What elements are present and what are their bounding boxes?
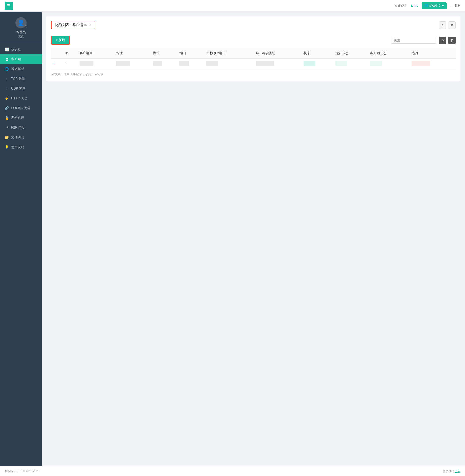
col-id: ID	[63, 48, 78, 58]
sidebar-item-dns[interactable]: 🌐 域名解析	[0, 64, 42, 74]
app-footer: 版权所有 NPS © 2018-2020 更多说明 进入	[0, 466, 465, 476]
row-client-status	[368, 58, 410, 69]
sidebar-user-section: 👤 ⚙ 管理员 系统	[0, 12, 42, 43]
app-header: ☰ 欢迎使用 NPS 🌐 简体中文 ▾ → 退出	[0, 0, 465, 12]
nav-icon-http: ⚡	[5, 96, 9, 100]
sidebar-item-help[interactable]: 💡 使用说明	[0, 142, 42, 152]
sidebar-nav: 📊 仪表盘 🖥 客户端 🌐 域名解析 ↕ TCP 隧道 ↔ UDP 隧道 ⚡ H…	[0, 43, 42, 466]
col-remark: 备注	[114, 48, 151, 58]
nav-icon-private: 🔒	[5, 116, 9, 120]
nav-label-file: 文件访问	[11, 135, 24, 139]
header-right: 欢迎使用 NPS 🌐 简体中文 ▾ → 退出	[394, 2, 460, 9]
globe-icon: 🌐	[424, 4, 428, 7]
nav-label-private: 私密代理	[11, 116, 24, 120]
language-button[interactable]: 🌐 简体中文 ▾	[422, 2, 447, 9]
page-actions: ∧ ✕	[439, 21, 456, 29]
copyright-text: 版权所有 NPS © 2018-2020	[5, 469, 39, 473]
gear-icon: ⚙	[24, 25, 27, 28]
sidebar-item-socks[interactable]: 🔗 SOCKS 代理	[0, 103, 42, 113]
enter-link[interactable]: 进入	[455, 469, 460, 473]
user-icon: 👤	[17, 20, 24, 26]
col-expand	[51, 48, 63, 58]
col-options: 选项	[410, 48, 456, 58]
logout-button[interactable]: → 退出	[450, 4, 460, 8]
row-run-status	[334, 58, 368, 69]
sidebar: 👤 ⚙ 管理员 系统 📊 仪表盘 🖥 客户端 🌐 域名解析 ↕ TCP 隧道 ↔…	[0, 12, 42, 466]
hamburger-icon: ☰	[7, 3, 11, 8]
search-input[interactable]	[391, 37, 437, 44]
nav-label-socks: SOCKS 代理	[11, 106, 30, 110]
row-key	[254, 58, 302, 69]
row-expand[interactable]: +	[51, 58, 63, 69]
expand-icon[interactable]: +	[53, 62, 55, 66]
col-port: 端口	[178, 48, 205, 58]
nav-icon-file: 📁	[5, 135, 9, 139]
logout-icon: →	[450, 4, 453, 7]
chevron-up-icon: ∧	[442, 23, 444, 27]
sidebar-item-p2p[interactable]: ⇄ P2P 连接	[0, 123, 42, 133]
sidebar-item-file[interactable]: 📁 文件访问	[0, 133, 42, 142]
table-body: + 1	[51, 58, 456, 69]
sidebar-item-udp[interactable]: ↔ UDP 隧道	[0, 84, 42, 94]
menu-toggle-button[interactable]: ☰	[5, 2, 13, 10]
toolbar: + 新增 ↻ ▦	[51, 36, 456, 45]
nav-label-client: 客户端	[11, 57, 21, 61]
col-mode: 模式	[151, 48, 178, 58]
row-mode	[151, 58, 178, 69]
main-content: 隧道列表 - 客户端 ID: 2 ∧ ✕ + 新增 ↻	[42, 12, 465, 466]
close-icon: ✕	[451, 23, 453, 27]
row-target	[205, 58, 254, 69]
nav-icon-client: 🖥	[5, 57, 9, 61]
sidebar-item-client[interactable]: 🖥 客户端	[0, 54, 42, 64]
row-id: 1	[63, 58, 78, 69]
language-label: 简体中文	[429, 4, 441, 8]
col-client-status: 客户端状态	[368, 48, 410, 58]
close-button[interactable]: ✕	[448, 21, 456, 29]
nav-label-dashboard: 仪表盘	[11, 47, 21, 52]
row-port	[178, 58, 205, 69]
table-row: + 1	[51, 58, 456, 69]
nps-link[interactable]: NPS	[411, 4, 418, 8]
row-remark	[114, 58, 151, 69]
nav-label-udp: UDP 隧道	[11, 86, 25, 91]
col-run-status: 运行状态	[334, 48, 368, 58]
grid-icon: ▦	[451, 38, 454, 42]
nav-label-tcp: TCP 隧道	[11, 77, 25, 81]
chevron-down-icon: ▾	[442, 4, 444, 7]
pagination-info: 显示第 1 到第 1 条记录，总共 1 条记录	[51, 72, 456, 76]
header-left: ☰	[5, 2, 13, 10]
nav-icon-udp: ↔	[5, 87, 9, 91]
minimize-button[interactable]: ∧	[439, 21, 446, 29]
nav-icon-dashboard: 📊	[5, 47, 9, 52]
table-header: ID 客户端 ID 备注 模式 端口 目标 (IP:端口) 唯一标识密钥 状态 …	[51, 48, 456, 58]
logout-label: 退出	[454, 4, 460, 8]
user-role: 系统	[18, 35, 24, 39]
col-target: 目标 (IP:端口)	[205, 48, 254, 58]
content-card: 隧道列表 - 客户端 ID: 2 ∧ ✕ + 新增 ↻	[46, 16, 460, 81]
sidebar-item-http[interactable]: ⚡ HTTP 代理	[0, 94, 42, 103]
row-status	[302, 58, 333, 69]
nav-icon-p2p: ⇄	[5, 126, 9, 130]
col-status: 状态	[302, 48, 333, 58]
col-client-id: 客户端 ID	[78, 48, 114, 58]
nav-icon-socks: 🔗	[5, 106, 9, 110]
view-toggle-button[interactable]: ▦	[448, 36, 456, 44]
tunnel-table: ID 客户端 ID 备注 模式 端口 目标 (IP:端口) 唯一标识密钥 状态 …	[51, 48, 456, 69]
row-options[interactable]	[410, 58, 456, 69]
page-header: 隧道列表 - 客户端 ID: 2 ∧ ✕	[51, 21, 456, 32]
nav-label-http: HTTP 代理	[11, 96, 27, 100]
nav-icon-help: 💡	[5, 145, 9, 149]
refresh-button[interactable]: ↻	[439, 36, 446, 44]
sidebar-item-private[interactable]: 🔒 私密代理	[0, 113, 42, 123]
nav-label-help: 使用说明	[11, 145, 24, 149]
nav-label-p2p: P2P 连接	[11, 126, 25, 130]
footer-right: 更多说明 进入	[443, 469, 460, 473]
refresh-icon: ↻	[441, 38, 444, 42]
sidebar-item-tcp[interactable]: ↕ TCP 隧道	[0, 74, 42, 84]
search-area: ↻ ▦	[391, 36, 456, 44]
sidebar-item-dashboard[interactable]: 📊 仪表盘	[0, 45, 42, 54]
main-layout: 👤 ⚙ 管理员 系统 📊 仪表盘 🖥 客户端 🌐 域名解析 ↕ TCP 隧道 ↔…	[0, 12, 465, 466]
nav-icon-tcp: ↕	[5, 77, 9, 81]
more-info-text: 更多说明	[443, 469, 454, 473]
add-tunnel-button[interactable]: + 新增	[51, 36, 70, 45]
